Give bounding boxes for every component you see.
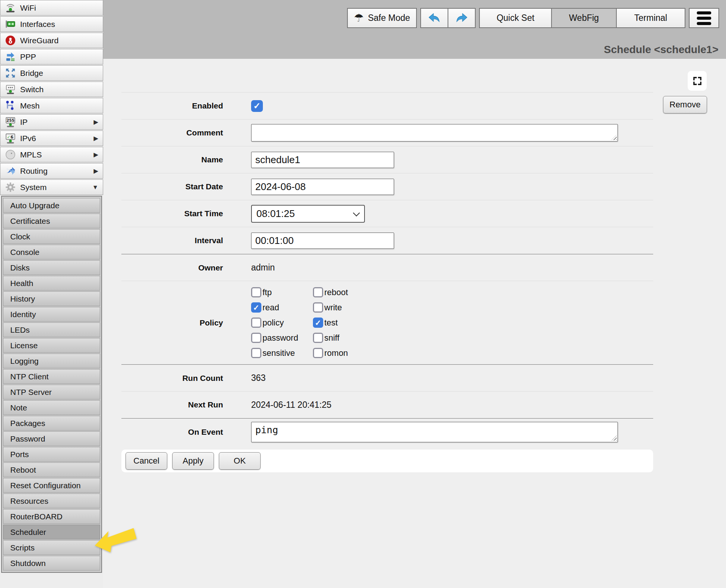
- undo-button[interactable]: [420, 8, 448, 28]
- ok-button[interactable]: OK: [219, 452, 261, 470]
- chevron-right-icon: ▶: [94, 151, 98, 158]
- sidebar-item-mpls[interactable]: MPLS▶: [0, 147, 103, 162]
- policy-checkbox-policy[interactable]: [251, 318, 261, 328]
- switch-icon: [3, 83, 17, 96]
- sidebar-item-routerboard[interactable]: RouterBOARD: [3, 509, 100, 524]
- sidebar-item-wireguard[interactable]: WireGuard: [0, 33, 103, 48]
- apply-button[interactable]: Apply: [172, 452, 214, 470]
- fullscreen-button[interactable]: [688, 71, 707, 91]
- sidebar-item-bridge[interactable]: Bridge: [0, 65, 103, 81]
- policy-option-label: ftp: [262, 288, 272, 297]
- policy-checkbox-test[interactable]: [313, 318, 323, 328]
- sidebar-item-reboot[interactable]: Reboot: [3, 462, 100, 477]
- policy-option-password: password: [251, 333, 313, 343]
- policy-option-policy: policy: [251, 318, 313, 328]
- sidebar-item-leds[interactable]: LEDs: [3, 322, 100, 337]
- safe-mode-label: Safe Mode: [368, 13, 410, 23]
- tab-webfig[interactable]: WebFig: [551, 8, 617, 28]
- safe-mode-button[interactable]: ☂ Safe Mode: [347, 8, 417, 28]
- routing-icon: [3, 165, 17, 178]
- fullscreen-icon: [692, 76, 702, 86]
- sidebar-item-routing[interactable]: Routing▶: [0, 163, 103, 179]
- policy-checkbox-ftp[interactable]: [251, 287, 261, 297]
- sidebar-item-logging[interactable]: Logging: [3, 354, 100, 368]
- enabled-checkbox[interactable]: [251, 100, 263, 112]
- name-input[interactable]: [251, 152, 394, 168]
- policy-option-test: test: [313, 318, 375, 328]
- toolbar: ☂ Safe Mode Quick Set WebFig Terminal: [347, 8, 719, 28]
- sidebar-item-ntp-server[interactable]: NTP Server: [3, 385, 100, 399]
- view-tabs: Quick Set WebFig Terminal: [479, 8, 685, 28]
- hamburger-icon: [697, 11, 711, 14]
- sidebar-item-identity[interactable]: Identity: [3, 307, 100, 322]
- sidebar-item-ip[interactable]: 255IP▶: [0, 114, 103, 130]
- schedule-form: Enabled Comment Name Start Date Start Ti…: [121, 92, 653, 472]
- policy-option-ftp: ftp: [251, 287, 313, 297]
- policy-checkbox-sensitive[interactable]: [251, 348, 261, 358]
- sidebar-item-system[interactable]: System▼: [0, 179, 103, 195]
- comment-label: Comment: [121, 128, 223, 137]
- page-title: Schedule <schedule1>: [604, 44, 718, 56]
- enabled-label: Enabled: [121, 101, 223, 110]
- sidebar-item-auto-upgrade[interactable]: Auto Upgrade: [3, 198, 100, 213]
- owner-label: Owner: [121, 263, 223, 272]
- name-label: Name: [121, 155, 223, 164]
- sidebar-item-ports[interactable]: Ports: [3, 447, 100, 462]
- sidebar-item-scheduler[interactable]: Scheduler: [3, 525, 100, 539]
- tab-quick-set[interactable]: Quick Set: [479, 8, 552, 28]
- sidebar-item-label: Interfaces: [20, 20, 55, 29]
- sidebar-item-disks[interactable]: Disks: [3, 260, 100, 275]
- sidebar-item-shutdown[interactable]: Shutdown: [3, 556, 100, 571]
- menu-button[interactable]: [689, 8, 719, 28]
- wireguard-icon: [3, 34, 17, 47]
- chevron-down-icon: ▼: [92, 184, 98, 191]
- sidebar-item-note[interactable]: Note: [3, 400, 100, 415]
- start-time-select[interactable]: 08:01:25: [251, 205, 365, 223]
- sidebar-item-reset-configuration[interactable]: Reset Configuration: [3, 478, 100, 493]
- policy-checkbox-romon[interactable]: [313, 348, 323, 358]
- sidebar-item-license[interactable]: License: [3, 338, 100, 353]
- sidebar-item-label: Bridge: [20, 69, 43, 78]
- policy-option-label: romon: [324, 348, 348, 358]
- interval-label: Interval: [121, 236, 223, 245]
- sidebar-item-switch[interactable]: Switch: [0, 82, 103, 97]
- policy-checkbox-password[interactable]: [251, 333, 261, 343]
- sidebar-item-clock[interactable]: Clock: [3, 229, 100, 244]
- comment-textarea[interactable]: [251, 124, 618, 141]
- sidebar-item-scripts[interactable]: Scripts: [3, 540, 100, 555]
- policy-checkbox-read[interactable]: [251, 302, 261, 313]
- start-time-value: 08:01:25: [256, 208, 295, 220]
- sidebar-item-password[interactable]: Password: [3, 431, 100, 446]
- on-event-textarea[interactable]: ping: [251, 422, 618, 442]
- sidebar-item-console[interactable]: Console: [3, 245, 100, 259]
- sidebar-item-ppp[interactable]: PPP: [0, 49, 103, 64]
- sidebar-item-history[interactable]: History: [3, 291, 100, 306]
- sidebar-item-wifi[interactable]: WiFi: [0, 0, 103, 16]
- undo-arrow-icon: [427, 11, 441, 25]
- sidebar-item-certificates[interactable]: Certificates: [3, 214, 100, 228]
- policy-checkbox-write[interactable]: [313, 302, 323, 313]
- sidebar-item-health[interactable]: Health: [3, 276, 100, 291]
- start-time-label: Start Time: [121, 209, 223, 218]
- ipv6-icon: ✓6: [3, 132, 17, 145]
- redo-button[interactable]: [448, 8, 476, 28]
- policy-checkbox-reboot[interactable]: [313, 287, 323, 297]
- sidebar-item-label: WiFi: [20, 3, 36, 13]
- sidebar-item-ntp-client[interactable]: NTP Client: [3, 369, 100, 384]
- policy-checkbox-sniff[interactable]: [313, 333, 323, 343]
- comment-row: Comment: [121, 119, 653, 146]
- sidebar-item-label: IPv6: [20, 134, 36, 143]
- tab-terminal[interactable]: Terminal: [616, 8, 685, 28]
- chevron-down-icon: [353, 209, 360, 216]
- sidebar-item-interfaces[interactable]: Interfaces: [0, 16, 103, 32]
- name-row: Name: [121, 146, 653, 173]
- cancel-button[interactable]: Cancel: [126, 452, 167, 470]
- sidebar-item-ipv6[interactable]: ✓6IPv6▶: [0, 130, 103, 146]
- remove-button[interactable]: Remove: [663, 96, 707, 113]
- sidebar-item-packages[interactable]: Packages: [3, 416, 100, 431]
- start-date-input[interactable]: [251, 179, 394, 195]
- interval-input[interactable]: [251, 233, 394, 249]
- sidebar-item-resources[interactable]: Resources: [3, 494, 100, 508]
- sidebar-item-mesh[interactable]: Mesh: [0, 98, 103, 113]
- start-time-row: Start Time 08:01:25: [121, 200, 653, 227]
